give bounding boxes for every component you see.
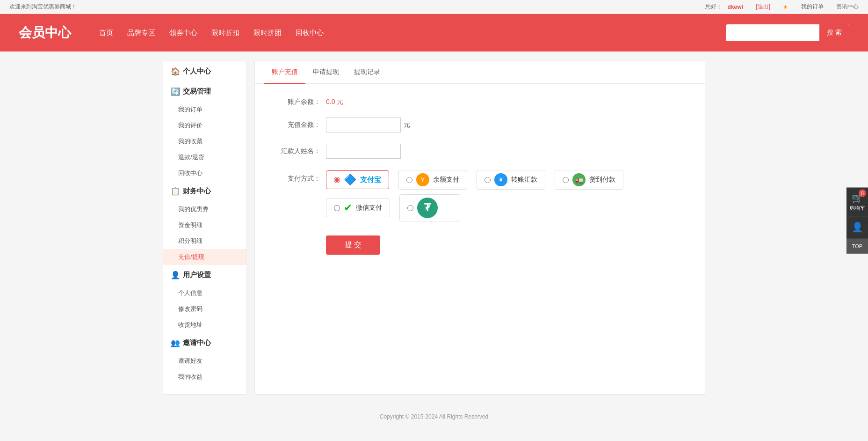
amount-input[interactable]	[326, 118, 401, 132]
payment-radio-cod[interactable]	[563, 177, 569, 183]
submit-row: 提 交	[274, 231, 686, 255]
sidebar-section-personal-label: 个人中心	[183, 67, 211, 76]
cod-icon: 🚛	[572, 173, 586, 186]
payment-row: 支付方式： 🔷 支付宝 ¥ 余额支	[274, 170, 686, 221]
user-button[interactable]: 👤	[846, 217, 868, 239]
payment-label: 支付方式：	[274, 170, 320, 183]
top-label: TOP	[852, 243, 862, 249]
payment-option-wechat[interactable]: ✔ 微信支付	[326, 198, 390, 217]
cart-badge: 0	[859, 190, 866, 197]
payment-row-1: 🔷 支付宝 ¥ 余额支付 ¥ 转账汇款	[326, 170, 623, 190]
main-container: 🏠 个人中心 🔄 交易管理 我的订单 我的评价 我的收藏 退款/退货 回收中心 …	[153, 61, 715, 395]
balance-row: 账户余额： 0.0 元	[274, 98, 686, 106]
name-input[interactable]	[326, 144, 401, 159]
sidebar-item-my-order[interactable]: 我的订单	[163, 102, 246, 118]
sidebar-section-user-label: 用户设置	[183, 271, 211, 279]
balance-pay-icon: ¥	[416, 173, 429, 186]
user-icon: 👤	[171, 271, 180, 279]
logout-link[interactable]: [退出]	[756, 3, 770, 11]
transfer-icon: ¥	[494, 173, 507, 186]
search-input[interactable]	[726, 29, 819, 37]
content-area: 账户充值 申请提现 提现记录 账户余额： 0.0 元 充值金额： 元 汇款人姓名…	[254, 61, 705, 395]
form-area: 账户余额： 0.0 元 充值金额： 元 汇款人姓名： 支付方式：	[255, 84, 705, 269]
top-bar-right: 您好：dkewl [退出] ★ 我的订单 资讯中心	[705, 3, 859, 11]
alipay-label: 支付宝	[360, 176, 381, 184]
payment-row-2: ✔ 微信支付 ₮	[326, 194, 623, 221]
tab-withdraw-apply[interactable]: 申请提现	[305, 61, 347, 84]
balance-label: 账户余额：	[274, 98, 320, 106]
my-order-link[interactable]: 我的订单	[801, 3, 824, 11]
sidebar-section-user: 👤 用户设置	[163, 265, 246, 285]
sidebar-item-my-review[interactable]: 我的评价	[163, 118, 246, 133]
cart-label: 购物车	[850, 205, 865, 211]
username: dkewl	[728, 4, 743, 10]
greeting: 您好：	[705, 3, 722, 11]
sidebar-item-my-earnings[interactable]: 我的收益	[163, 369, 246, 385]
wechat-label: 微信支付	[356, 204, 382, 212]
name-label: 汇款人姓名：	[274, 147, 320, 155]
sidebar-section-finance: 📋 财务中心	[163, 181, 246, 201]
amount-row: 充值金额： 元	[274, 118, 686, 132]
transfer-label: 转账汇款	[511, 176, 537, 184]
tab-withdraw-record[interactable]: 提现记录	[347, 61, 388, 84]
info-center-link[interactable]: 资讯中心	[836, 3, 859, 11]
trade-icon: 🔄	[171, 87, 180, 96]
nav-recycle[interactable]: 回收中心	[296, 29, 324, 37]
tab-recharge[interactable]: 账户充值	[264, 61, 305, 84]
welcome-text: 欢迎来到淘宝优惠券商城！	[9, 3, 77, 11]
sidebar-item-coupon[interactable]: 我的优惠券	[163, 201, 246, 217]
wechat-icon: ✔	[344, 202, 352, 214]
payment-radio-balance[interactable]	[406, 177, 412, 183]
sidebar-item-profile[interactable]: 个人信息	[163, 285, 246, 301]
cod-label: 货到付款	[589, 176, 615, 184]
invite-icon: 👥	[171, 338, 180, 347]
finance-icon: 📋	[171, 187, 180, 196]
tabs: 账户充值 申请提现 提现记录	[255, 61, 705, 84]
sidebar-item-fund-detail[interactable]: 资金明细	[163, 217, 246, 233]
cart-button[interactable]: 0 🛒 购物车	[846, 188, 868, 217]
payment-radio-usdt[interactable]	[407, 205, 413, 211]
nav-home[interactable]: 首页	[99, 29, 113, 37]
sidebar-section-finance-label: 财务中心	[183, 187, 211, 196]
amount-unit: 元	[404, 121, 410, 129]
payment-option-usdt[interactable]: ₮	[399, 194, 460, 221]
payment-option-balance[interactable]: ¥ 余额支付	[398, 170, 467, 190]
sidebar-item-change-password[interactable]: 修改密码	[163, 301, 246, 317]
sidebar-section-invite-label: 邀请中心	[183, 338, 211, 347]
balance-pay-label: 余额支付	[433, 176, 459, 184]
nav-brand[interactable]: 品牌专区	[127, 29, 155, 37]
sidebar-item-address[interactable]: 收货地址	[163, 317, 246, 333]
sidebar-item-recharge[interactable]: 充值/提现	[163, 249, 246, 265]
payment-option-transfer[interactable]: ¥ 转账汇款	[477, 170, 545, 190]
amount-label: 充值金额：	[274, 121, 320, 129]
payment-radio-alipay[interactable]	[334, 177, 340, 183]
search-button[interactable]: 搜 索	[819, 24, 849, 41]
footer: Copyright © 2015-2024 All Rights Reserve…	[0, 404, 868, 429]
nav-coupon[interactable]: 领券中心	[169, 29, 197, 37]
nav-discount[interactable]: 限时折扣	[211, 29, 239, 37]
submit-button[interactable]: 提 交	[326, 235, 380, 255]
payment-radio-wechat[interactable]	[334, 205, 340, 211]
top-button[interactable]: TOP	[846, 239, 868, 254]
home-icon: 🏠	[171, 67, 180, 76]
sidebar-item-recycle[interactable]: 回收中心	[163, 165, 246, 181]
sidebar-item-refund[interactable]: 退款/退货	[163, 149, 246, 165]
payment-option-cod[interactable]: 🚛 货到付款	[555, 170, 623, 190]
nav: 首页 品牌专区 领券中心 限时折扣 限时拼团 回收中心	[99, 29, 726, 37]
payment-option-alipay[interactable]: 🔷 支付宝	[326, 170, 389, 189]
logo: 会员中心	[19, 24, 71, 42]
payment-radio-transfer[interactable]	[485, 177, 491, 183]
balance-value: 0.0 元	[326, 98, 343, 106]
nav-group[interactable]: 限时拼团	[253, 29, 282, 37]
sidebar-section-trade-label: 交易管理	[183, 87, 211, 96]
header: 会员中心 首页 品牌专区 领券中心 限时折扣 限时拼团 回收中心 搜 索	[0, 14, 868, 51]
sidebar-item-my-favorite[interactable]: 我的收藏	[163, 133, 246, 149]
search-box: 搜 索	[726, 24, 849, 41]
name-row: 汇款人姓名：	[274, 144, 686, 159]
sidebar-item-points-detail[interactable]: 积分明细	[163, 233, 246, 249]
right-sidebar: 0 🛒 购物车 👤 TOP	[846, 188, 868, 254]
usdt-icon: ₮	[417, 198, 438, 218]
sidebar-section-personal: 🏠 个人中心	[163, 61, 246, 81]
sidebar-item-invite-friend[interactable]: 邀请好友	[163, 353, 246, 369]
top-bar: 欢迎来到淘宝优惠券商城！ 您好：dkewl [退出] ★ 我的订单 资讯中心	[0, 0, 868, 14]
